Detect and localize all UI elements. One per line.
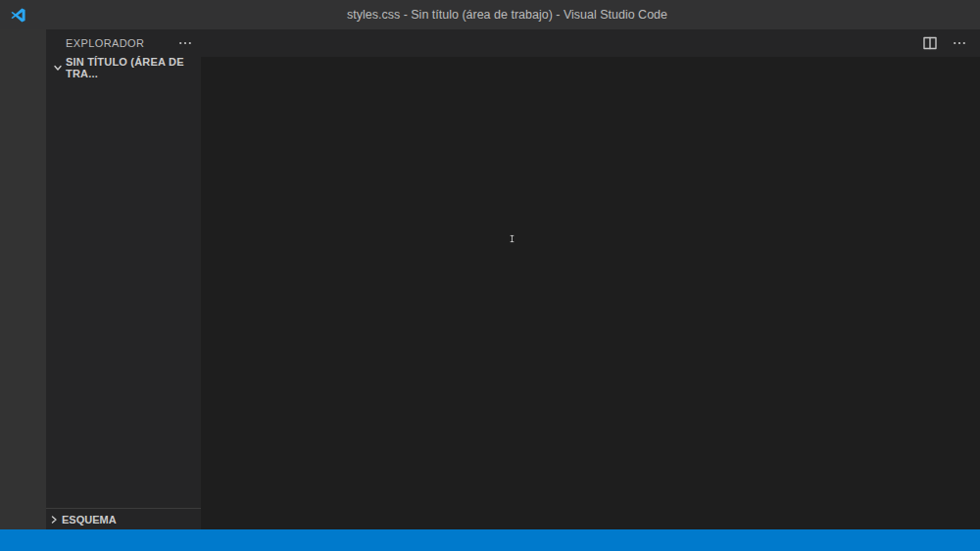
explorer-title: EXPLORADOR [66,37,177,49]
split-editor-icon[interactable] [922,35,938,51]
chevron-right-icon [46,512,62,527]
tab-bar [201,29,980,57]
status-bar [0,529,980,551]
code-lines [201,80,980,529]
more-actions-icon[interactable] [952,35,967,51]
activity-bar [0,29,46,529]
outline-section-header[interactable]: ESQUEMA [46,508,201,529]
sidebar-explorer: EXPLORADOR SIN TÍTULO (ÁREA DE TRA... ES… [46,29,201,529]
vscode-logo-icon [10,7,26,24]
workspace-name: SIN TÍTULO (ÁREA DE TRA... [66,56,201,79]
titlebar: styles.css - Sin título (área de trabajo… [0,0,980,29]
mouse-ibeam-cursor [508,231,516,246]
breadcrumb [201,57,980,78]
editor-actions [922,29,980,57]
code-editor[interactable] [201,78,980,529]
workspace-section-header[interactable]: SIN TÍTULO (ÁREA DE TRA... [46,57,201,78]
editor-group [201,29,980,529]
explorer-header: EXPLORADOR [46,29,201,57]
chevron-down-icon [50,60,66,75]
outline-label: ESQUEMA [62,514,117,526]
window-title: styles.css - Sin título (área de trabajo… [34,8,980,22]
more-actions-icon[interactable] [177,35,193,51]
